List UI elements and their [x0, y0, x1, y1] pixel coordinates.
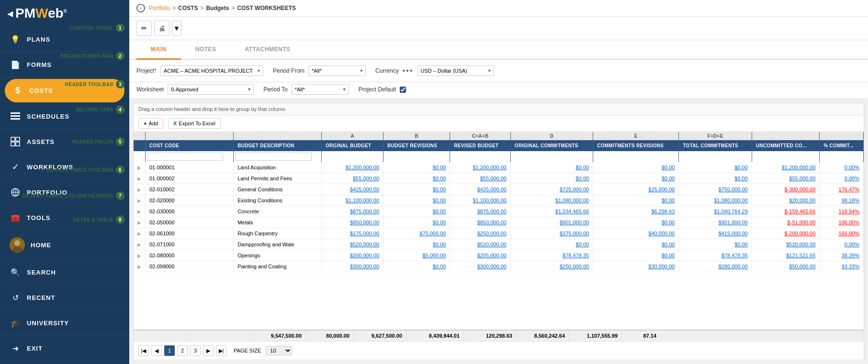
- row-arrow[interactable]: ▶: [134, 261, 146, 272]
- edit-button[interactable]: ✏: [136, 21, 152, 36]
- dropdown-button[interactable]: ▼: [172, 21, 181, 36]
- row-fde[interactable]: $280,000.00: [679, 261, 752, 272]
- row-cab[interactable]: $300,000.00: [450, 261, 510, 272]
- filter-code[interactable]: [147, 153, 223, 161]
- sidebar-item-forms[interactable]: 📄 FORMS: [0, 52, 129, 77]
- row-e[interactable]: $0.00: [593, 239, 679, 250]
- row-fde[interactable]: $415,000.00: [679, 228, 752, 239]
- page-size-select[interactable]: 10 25 50: [266, 346, 292, 355]
- col-h-desc[interactable]: BUDGET DESCRIPTION: [234, 140, 322, 151]
- filter-desc-icon[interactable]: ▼: [315, 154, 319, 159]
- row-fde[interactable]: $750,000.00: [679, 184, 752, 195]
- row-b[interactable]: $0.00: [383, 206, 450, 217]
- row-d[interactable]: $0.00: [510, 162, 593, 173]
- period-to-select[interactable]: *All*: [292, 84, 349, 95]
- sidebar-item-costs[interactable]: $ COSTS: [5, 79, 124, 102]
- col-h-pct[interactable]: % COMMIT...: [820, 140, 864, 151]
- row-fde[interactable]: $1,040,764.29: [679, 206, 752, 217]
- row-e[interactable]: $0.00: [593, 173, 679, 184]
- breadcrumb-portfolio[interactable]: Portfolio: [149, 5, 170, 11]
- filter-desc[interactable]: [235, 153, 311, 161]
- row-a[interactable]: $520,000.00: [322, 239, 383, 250]
- col-h-cab[interactable]: REVISED BUDGET: [450, 140, 510, 151]
- row-e[interactable]: $0.00: [593, 162, 679, 173]
- row-unc[interactable]: $20,000.00: [752, 195, 820, 206]
- currency-select[interactable]: USD – Dollar (USA): [417, 66, 494, 76]
- row-arrow[interactable]: ▶: [134, 228, 146, 239]
- period-from-select[interactable]: *All*: [308, 66, 366, 76]
- row-cab[interactable]: $425,000.00: [450, 184, 510, 195]
- row-d[interactable]: $725,000.00: [510, 184, 593, 195]
- sidebar-item-portfolio[interactable]: PORTFOLIO: [0, 180, 129, 205]
- row-a[interactable]: $425,000.00: [322, 184, 383, 195]
- row-d[interactable]: $375,000.00: [510, 228, 593, 239]
- row-a[interactable]: $875,000.00: [322, 206, 383, 217]
- col-h-b[interactable]: BUDGET REVISIONS: [383, 140, 450, 151]
- row-unc[interactable]: $55,000.00: [752, 173, 820, 184]
- row-arrow[interactable]: ▶: [134, 206, 146, 217]
- row-pct[interactable]: 176.47%: [820, 184, 864, 195]
- col-h-unc[interactable]: UNCOMMITTED CO...: [752, 140, 820, 151]
- row-cab[interactable]: $875,000.00: [450, 206, 510, 217]
- row-b[interactable]: $0.00: [383, 239, 450, 250]
- row-b[interactable]: $5,000.00: [383, 250, 450, 261]
- sidebar-item-exit[interactable]: ➜ EXIT: [0, 336, 129, 361]
- row-fde[interactable]: $0.00: [679, 239, 752, 250]
- page-prev[interactable]: ◀: [151, 345, 162, 356]
- project-select[interactable]: ACME – ACME HOSPITAL PROJECT: [160, 66, 263, 76]
- row-e[interactable]: $0.00: [593, 217, 679, 228]
- row-arrow[interactable]: ▶: [134, 173, 146, 184]
- row-b[interactable]: $0.00: [383, 217, 450, 228]
- col-h-code[interactable]: COST CODE: [146, 140, 234, 151]
- sidebar-item-schedules[interactable]: SCHEDULES: [0, 104, 129, 129]
- row-fde[interactable]: $1,080,000.00: [679, 195, 752, 206]
- row-arrow[interactable]: ▶: [134, 250, 146, 261]
- row-b[interactable]: $0.00: [383, 162, 450, 173]
- row-d[interactable]: $1,034,465.66: [510, 206, 593, 217]
- row-pct[interactable]: 166.00%: [820, 228, 864, 239]
- info-icon[interactable]: i: [136, 4, 145, 12]
- tab-attachments[interactable]: ATTACHMENTS: [231, 40, 305, 60]
- sidebar-item-university[interactable]: 🎓 UNIVERSITY: [0, 310, 129, 336]
- row-pct[interactable]: 106.00%: [820, 217, 864, 228]
- row-fde[interactable]: $0.00: [679, 162, 752, 173]
- row-a[interactable]: $850,000.00: [322, 217, 383, 228]
- row-d[interactable]: $78,478.35: [510, 250, 593, 261]
- sidebar-item-assets[interactable]: ASSETS: [0, 129, 129, 154]
- col-h-e[interactable]: COMMITMENTS REVISIONS: [593, 140, 679, 151]
- row-b[interactable]: $0.00: [383, 173, 450, 184]
- sidebar-item-home[interactable]: HOME: [0, 231, 129, 260]
- row-unc[interactable]: $-200,000.00: [752, 228, 820, 239]
- export-button[interactable]: X Export To Excel: [168, 118, 221, 129]
- row-e[interactable]: $0.00: [593, 195, 679, 206]
- row-unc[interactable]: $-51,000.00: [752, 217, 820, 228]
- row-unc[interactable]: $-159,465.66: [752, 206, 820, 217]
- row-cab[interactable]: $205,000.00: [450, 250, 510, 261]
- page-first[interactable]: |◀: [138, 345, 149, 356]
- row-pct[interactable]: 38.28%: [820, 250, 864, 261]
- page-1[interactable]: 1: [164, 345, 175, 356]
- row-pct[interactable]: 118.94%: [820, 206, 864, 217]
- row-cab[interactable]: $850,000.00: [450, 217, 510, 228]
- page-last[interactable]: ▶|: [216, 345, 226, 356]
- row-pct[interactable]: 0.00%: [820, 173, 864, 184]
- row-e[interactable]: $25,000.00: [593, 184, 679, 195]
- col-h-d[interactable]: ORIGINAL COMMITMENTS: [510, 140, 593, 151]
- row-pct[interactable]: 93.33%: [820, 261, 864, 272]
- row-d[interactable]: $250,000.00: [510, 261, 593, 272]
- row-unc[interactable]: $121,521.65: [752, 250, 820, 261]
- col-h-fde[interactable]: TOTAL COMMITMENTS: [679, 140, 752, 151]
- col-h-a[interactable]: ORGINAL BUDGET: [322, 140, 383, 151]
- sidebar-item-search[interactable]: 🔍 SEARCH: [0, 260, 129, 285]
- row-b[interactable]: $75,000.00: [383, 228, 450, 239]
- row-cab[interactable]: $1,200,000.00: [450, 162, 510, 173]
- back-arrow[interactable]: ◀: [7, 9, 13, 18]
- row-d[interactable]: $901,000.00: [510, 217, 593, 228]
- row-b[interactable]: $0.00: [383, 195, 450, 206]
- filter-code-icon[interactable]: ▼: [226, 154, 231, 159]
- row-cab[interactable]: $250,000.00: [450, 228, 510, 239]
- row-arrow[interactable]: ▶: [134, 162, 146, 173]
- row-pct[interactable]: 0.00%: [820, 239, 864, 250]
- row-pct[interactable]: 0.00%: [820, 162, 864, 173]
- row-fde[interactable]: $901,000.00: [679, 217, 752, 228]
